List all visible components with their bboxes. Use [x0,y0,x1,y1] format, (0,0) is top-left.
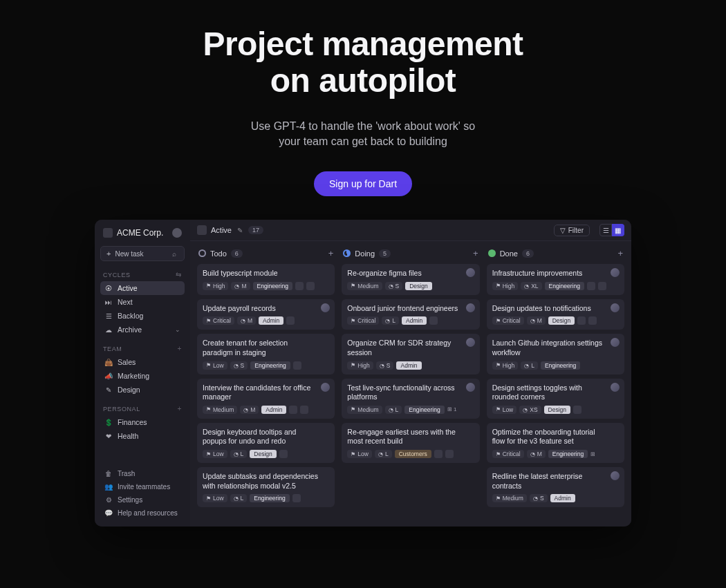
size-chip: L [375,450,392,458]
breadcrumb[interactable]: Active [197,225,232,235]
column-header: Done 6 + [487,248,624,264]
flag-icon: ⚑ [206,406,211,412]
task-card[interactable]: Design keyboard tooltips and popups for … [197,423,335,463]
card-meta: ⚑Critical M Admin [203,316,329,325]
size-icon [234,283,239,290]
task-card[interactable]: Build typescript module ⚑High M Engineer… [197,264,335,295]
size-chip: XS [519,406,541,414]
add-personal-icon[interactable]: + [178,405,182,412]
tag-chip: Admin [402,316,427,325]
sidebar-item-finances[interactable]: 💲 Finances [100,415,185,429]
sidebar-item-next[interactable]: ⏭ Next [100,295,185,309]
size-chip: M [237,316,256,325]
board-view-button[interactable]: ▦ [612,224,624,236]
sidebar-item-label: Finances [118,418,147,426]
next-icon: ⏭ [104,298,113,306]
sidebar-item-settings[interactable]: ⚙ Settings [100,493,185,506]
sidebar-item-label: Help and resources [118,509,178,517]
sidebar-item-sales[interactable]: 👜 Sales [100,355,185,369]
task-card[interactable]: Create tenant for selection paradigm in … [197,334,335,374]
section-header-personal: PERSONAL + [103,405,182,412]
task-card[interactable]: Interview the candidates for office mana… [197,379,335,419]
search-icon[interactable]: ⌕ [170,250,178,258]
sales-icon: 👜 [104,359,113,366]
task-card[interactable]: Update payroll records ⚑Critical M Admin [197,299,335,330]
tag-chip: Design [544,406,570,414]
new-task-button[interactable]: + New task ⌕ [100,246,185,261]
add-team-icon[interactable]: + [178,345,182,352]
task-count-badge: 17 [248,226,263,234]
task-card[interactable]: Redline the latest enterprise contracts … [487,467,624,507]
task-card[interactable]: Design settings toggles with rounded cor… [487,379,624,419]
size-chip: M [231,282,250,290]
task-card[interactable]: Re-engage earliest users with the most r… [342,423,479,463]
task-card[interactable]: Re-organize figma files ⚑Medium S Design [342,264,479,295]
size-chip: M [527,316,546,325]
flag-icon: ⚑ [496,283,501,289]
size-icon [524,283,529,290]
kanban-board: Todo 6 +Build typescript module ⚑High M … [190,241,631,527]
tag-chip: Engineering [250,361,290,370]
more-icon [598,282,606,290]
flag-icon: ⚑ [496,362,501,368]
view-toggle: ☰ ▦ [599,224,624,236]
task-card[interactable]: Onboard junior frontend engineers ⚑Criti… [342,299,479,330]
more-icon [286,316,295,325]
card-meta: ⚑Low L Design [203,450,329,458]
size-icon [234,451,239,457]
size-icon [533,495,538,502]
hero-title-line1: Project management [203,26,523,62]
assignee-avatar-icon [611,383,620,392]
task-card[interactable]: Infrastructure improvements ⚑High XL Eng… [487,264,624,295]
priority-chip: ⚑Low [492,406,517,414]
task-card[interactable]: Update subtasks and dependencies with re… [197,467,335,507]
priority-chip: ⚑Low [203,494,227,502]
sidebar-item-marketing[interactable]: 📣 Marketing [100,369,185,383]
card-meta: ⚑Critical M Design [492,316,619,325]
list-view-button[interactable]: ☰ [599,224,612,236]
link-icon [587,282,595,290]
task-card[interactable]: Test live-sync functionality across plat… [342,379,479,419]
add-card-button[interactable]: + [328,248,334,258]
sidebar-item-design[interactable]: ✎ Design [100,383,185,397]
sidebar-item-help-and-resources[interactable]: 💬 Help and resources [100,506,185,520]
size-chip: L [230,450,248,458]
size-chip: S [230,361,248,370]
sidebar-item-active[interactable]: ⦿ Active [100,281,185,295]
priority-chip: ⚑High [347,361,373,370]
size-chip: S [530,494,548,502]
card-meta: ⚑Medium M Admin [203,406,329,414]
sidebar-item-trash[interactable]: 🗑 Trash [100,467,185,480]
task-card[interactable]: Launch Github integration settings workf… [487,334,624,374]
add-card-button[interactable]: + [617,248,623,258]
design-icon: ✎ [104,386,113,394]
size-chip: L [382,316,399,325]
add-card-button[interactable]: + [473,248,478,258]
sidebar-item-archive[interactable]: ☁ Archive⌄ [100,323,185,336]
card-meta: ⚑High XL Engineering [492,282,619,290]
assignee-avatar-icon [466,303,475,312]
card-title: Update subtasks and dependencies with re… [203,472,329,491]
sidebar-item-backlog[interactable]: ☰ Backlog [100,309,185,323]
card-meta: ⚑Critical L Admin [347,316,474,325]
size-chip: M [240,406,259,414]
user-avatar-icon[interactable] [172,228,182,238]
task-card[interactable]: Design updates to notifications ⚑Critica… [487,299,624,330]
finances-icon: 💲 [104,419,113,426]
filter-button[interactable]: ▽ Filter [554,225,590,236]
task-card[interactable]: Organize CRM for SDR strategy session ⚑H… [342,334,479,374]
signup-button[interactable]: Sign up for Dart [314,171,412,196]
sidebar-item-invite-teammates[interactable]: 👥 Invite teammates [100,480,185,493]
cycles-nav-icon[interactable]: ⇆ [176,271,182,278]
edit-icon[interactable]: ✎ [237,227,243,234]
size-chip: L [521,361,538,370]
tag-chip: Design [405,282,431,290]
sidebar-item-health[interactable]: ❤ Health [100,429,185,443]
flag-icon: ⚑ [496,318,501,324]
task-card[interactable]: Optimize the onboarding tutorial flow fo… [487,423,624,463]
workspace-switcher[interactable]: ACME Corp. [100,227,185,239]
status-todo-icon [198,249,206,257]
more-icon [434,450,443,458]
hero-title: Project management on autopilot [0,26,726,99]
tag-chip: Engineering [404,406,444,414]
